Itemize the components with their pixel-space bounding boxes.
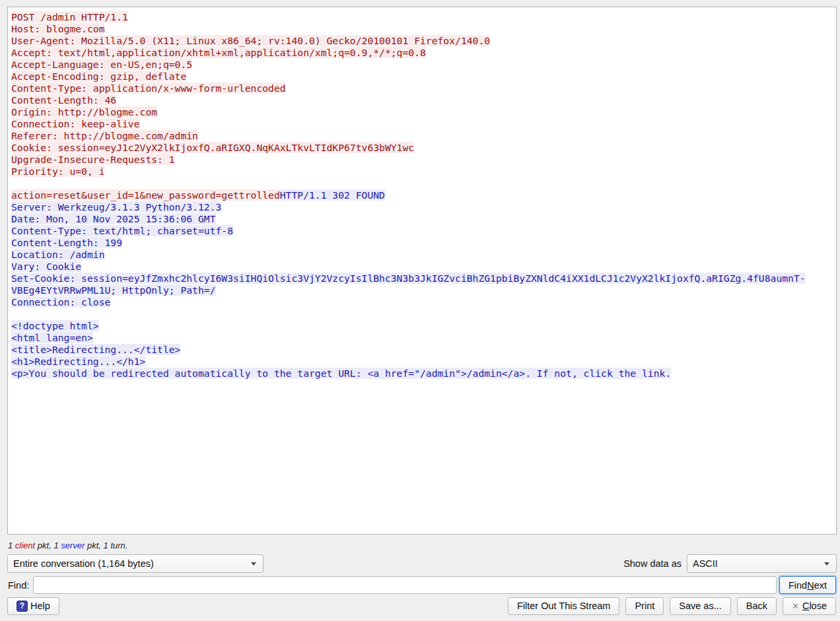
server-stream-text: <html lang=en> [11, 332, 93, 343]
stream-line: <!doctype html> [11, 320, 833, 332]
client-stream-text: Referer: http://blogme.com/admin [11, 130, 198, 141]
close-button-label-post: lose [809, 601, 827, 611]
controls-row: Entire conversation (1,164 bytes) Show d… [7, 554, 837, 573]
stream-content: POST /admin HTTP/1.1Host: blogme.comUser… [11, 11, 833, 379]
close-button-mnemonic: C [802, 601, 809, 611]
data-format-select-value: ASCII [693, 558, 819, 569]
client-stream-text: User-Agent: Mozilla/5.0 (X11; Linux x86_… [11, 35, 490, 46]
print-button[interactable]: Print [625, 597, 664, 615]
stats-post: pkt, 1 turn. [85, 540, 127, 550]
client-stream-text: Accept-Language: en-US,en;q=0.5 [11, 59, 192, 70]
stream-line: Content-Length: 199 [11, 237, 833, 249]
stream-line [11, 178, 833, 189]
stats-server-word: server [61, 540, 85, 550]
chevron-down-icon [251, 562, 256, 566]
find-next-button[interactable]: Find Next [779, 576, 836, 594]
stats-client-word: client [15, 540, 35, 550]
stream-line: Vary: Cookie [11, 261, 833, 273]
server-stream-text: HTTP/1.1 302 FOUND [280, 189, 385, 201]
server-stream-text: Set-Cookie: session=eyJfZmxhc2hlcyI6W3si… [11, 273, 806, 284]
stream-line: Priority: u=0, i [11, 166, 833, 178]
server-stream-text: Vary: Cookie [11, 261, 81, 272]
filter-out-stream-button[interactable]: Filter Out This Stream [508, 597, 620, 615]
help-button-label: Help [30, 601, 50, 611]
client-stream-text: Accept: text/html,application/xhtml+xml,… [11, 47, 426, 58]
help-button[interactable]: ? Help [7, 597, 59, 615]
stream-line: Accept-Language: en-US,en;q=0.5 [11, 59, 833, 71]
dialog-action-buttons: Filter Out This Stream Print Save as... … [508, 597, 836, 615]
button-row: ? Help Filter Out This Stream Print Save… [7, 597, 836, 615]
stream-line: Content-Type: application/x-www-form-url… [11, 82, 833, 94]
server-stream-text: Content-Type: text/html; charset=utf-8 [11, 225, 233, 236]
client-stream-text: Content-Length: 46 [11, 94, 116, 106]
stream-line: Location: /admin [11, 249, 833, 261]
chevron-down-icon [824, 562, 829, 566]
client-stream-text: Accept-Encoding: gzip, deflate [11, 71, 186, 82]
data-format-select[interactable]: ASCII [687, 554, 837, 573]
stream-line: <title>Redirecting...</title> [11, 344, 833, 356]
client-stream-text: Host: blogme.com [11, 23, 104, 34]
stream-line [11, 308, 833, 320]
stream-line: action=reset&user_id=1&new_password=gett… [11, 189, 833, 201]
stream-line: Connection: close [11, 296, 833, 308]
stream-line: <p>You should be redirected automaticall… [11, 368, 833, 379]
stream-line: Upgrade-Insecure-Requests: 1 [11, 154, 833, 166]
help-icon: ? [17, 601, 28, 612]
find-next-label-mnemonic: N [807, 580, 814, 591]
server-stream-text: Location: /admin [11, 249, 104, 260]
stream-stats: 1 client pkt, 1 server pkt, 1 turn. [8, 540, 127, 550]
client-stream-text: Cookie: session=eyJ1c2VyX2lkIjoxfQ.aRIGX… [11, 142, 414, 153]
find-row: Find: Find Next [8, 576, 836, 594]
close-icon: ✕ [792, 601, 799, 611]
client-stream-text: Content-Type: application/x-www-form-url… [11, 82, 286, 94]
stream-line: VBEg4EYtVRRwPML1U; HttpOnly; Path=/ [11, 284, 833, 296]
find-label: Find: [8, 580, 29, 591]
stream-line: Server: Werkzeug/3.1.3 Python/3.12.3 [11, 201, 833, 213]
find-input[interactable] [33, 576, 777, 594]
client-stream-text: action=reset&user_id=1&new_password=gett… [11, 189, 280, 201]
client-stream-text: Connection: keep-alive [11, 118, 140, 129]
server-stream-text: Content-Length: 199 [11, 237, 122, 248]
server-stream-text: <p>You should be redirected automaticall… [11, 368, 671, 379]
find-next-label-pre: Find [788, 580, 807, 591]
server-stream-text: Connection: close [11, 296, 110, 308]
stream-line: Referer: http://blogme.com/admin [11, 130, 833, 142]
stream-line: <html lang=en> [11, 332, 833, 344]
server-stream-text: Date: Mon, 10 Nov 2025 15:36:06 GMT [11, 213, 216, 224]
stream-line: <h1>Redirecting...</h1> [11, 356, 833, 368]
stream-line: User-Agent: Mozilla/5.0 (X11; Linux x86_… [11, 35, 833, 47]
stream-line: Content-Length: 46 [11, 94, 833, 106]
stream-line: Accept-Encoding: gzip, deflate [11, 71, 833, 82]
server-stream-text: <!doctype html> [11, 320, 99, 331]
stats-pre: 1 [8, 540, 15, 550]
stream-line: Connection: keep-alive [11, 118, 833, 130]
conversation-select[interactable]: Entire conversation (1,164 bytes) [7, 554, 263, 573]
client-stream-text: Origin: http://blogme.com [11, 106, 157, 117]
stream-line: Origin: http://blogme.com [11, 106, 833, 118]
server-stream-text: VBEg4EYtVRRwPML1U; HttpOnly; Path=/ [11, 284, 216, 296]
conversation-select-value: Entire conversation (1,164 bytes) [13, 558, 246, 569]
stream-line: Date: Mon, 10 Nov 2025 15:36:06 GMT [11, 213, 833, 225]
stream-line: Set-Cookie: session=eyJfZmxhc2hlcyI6W3si… [11, 273, 833, 284]
client-stream-text: Upgrade-Insecure-Requests: 1 [11, 154, 175, 165]
close-button[interactable]: ✕Close [783, 597, 836, 615]
stream-line: Host: blogme.com [11, 23, 833, 35]
back-button[interactable]: Back [737, 597, 777, 615]
server-stream-text: <title>Redirecting...</title> [11, 344, 180, 355]
stream-line: POST /admin HTTP/1.1 [11, 11, 833, 23]
find-next-label-post: ext [814, 580, 827, 591]
stats-mid: pkt, 1 [35, 540, 61, 550]
save-as-button[interactable]: Save as... [670, 597, 730, 615]
server-stream-text: Server: Werkzeug/3.1.3 Python/3.12.3 [11, 201, 221, 212]
stream-line: Cookie: session=eyJ1c2VyX2lkIjoxfQ.aRIGX… [11, 142, 833, 154]
server-stream-text: <h1>Redirecting...</h1> [11, 356, 145, 367]
stream-pane[interactable]: POST /admin HTTP/1.1Host: blogme.comUser… [7, 7, 837, 535]
stream-line: Content-Type: text/html; charset=utf-8 [11, 225, 833, 237]
show-data-as-label: Show data as [623, 558, 682, 569]
stream-line: Accept: text/html,application/xhtml+xml,… [11, 47, 833, 59]
client-stream-text: POST /admin HTTP/1.1 [11, 11, 128, 22]
client-stream-text: Priority: u=0, i [11, 166, 104, 177]
